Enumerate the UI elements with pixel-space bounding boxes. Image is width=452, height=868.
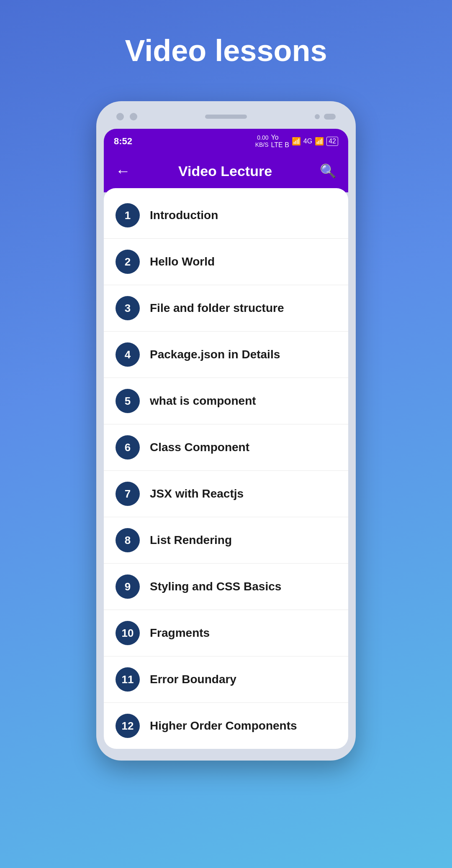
list-item[interactable]: 6Class Component xyxy=(104,424,348,471)
signal-icon: 📶 xyxy=(292,137,301,146)
list-item[interactable]: 11Error Boundary xyxy=(104,656,348,703)
camera-dot-2 xyxy=(130,113,137,120)
phone-screen: 8:52 0.00 KB/S YoLTE B 📶 4G 📶 42 ← Video… xyxy=(104,129,348,749)
camera-right xyxy=(315,114,336,120)
lesson-number-badge: 12 xyxy=(116,714,140,738)
phone-frame: 8:52 0.00 KB/S YoLTE B 📶 4G 📶 42 ← Video… xyxy=(96,101,356,761)
lesson-title: Introduction xyxy=(150,209,218,222)
data-speed-unit: KB/S xyxy=(255,141,269,148)
back-button[interactable]: ← xyxy=(116,162,131,180)
lesson-number-badge: 8 xyxy=(116,528,140,552)
status-time: 8:52 xyxy=(114,136,132,147)
lesson-number-badge: 9 xyxy=(116,574,140,599)
list-item[interactable]: 9Styling and CSS Basics xyxy=(104,564,348,610)
lesson-title: what is component xyxy=(150,394,256,408)
lesson-number-badge: 2 xyxy=(116,250,140,274)
camera-dot-1 xyxy=(116,113,124,120)
lesson-title: List Rendering xyxy=(150,534,232,547)
lesson-title: Error Boundary xyxy=(150,673,236,686)
lesson-number-badge: 3 xyxy=(116,296,140,320)
list-item[interactable]: 4Package.json in Details xyxy=(104,332,348,378)
signal-bars: 📶 xyxy=(315,137,324,146)
sensor-dot xyxy=(315,114,320,119)
list-item[interactable]: 1Introduction xyxy=(104,192,348,239)
list-item[interactable]: 7JSX with Reactjs xyxy=(104,471,348,517)
status-bar: 8:52 0.00 KB/S YoLTE B 📶 4G 📶 42 xyxy=(104,129,348,154)
camera-left xyxy=(116,113,137,120)
data-speed-value: 0.00 xyxy=(255,134,269,141)
lesson-number-badge: 10 xyxy=(116,621,140,645)
list-item[interactable]: 12Higher Order Components xyxy=(104,703,348,749)
list-item[interactable]: 8List Rendering xyxy=(104,517,348,564)
battery-text: 42 xyxy=(326,137,338,146)
page-title: Video lessons xyxy=(125,33,327,68)
lesson-title: File and folder structure xyxy=(150,301,284,315)
app-bar-title: Video Lecture xyxy=(178,163,272,179)
lesson-title: Hello World xyxy=(150,255,215,268)
lesson-number-badge: 7 xyxy=(116,482,140,506)
list-item[interactable]: 2Hello World xyxy=(104,239,348,285)
lesson-title: Package.json in Details xyxy=(150,348,280,361)
network-type: 4G xyxy=(303,138,312,145)
data-speed: 0.00 KB/S xyxy=(255,134,269,148)
lesson-number-badge: 5 xyxy=(116,389,140,413)
lesson-title: Higher Order Components xyxy=(150,719,297,733)
search-button[interactable]: 🔍 xyxy=(320,163,336,179)
app-bar: ← Video Lecture 🔍 xyxy=(104,154,348,192)
lesson-number-badge: 4 xyxy=(116,342,140,367)
lesson-title: Class Component xyxy=(150,441,249,454)
lessons-list: 1Introduction2Hello World3File and folde… xyxy=(104,188,348,749)
list-item[interactable]: 5what is component xyxy=(104,378,348,424)
lesson-title: Fragments xyxy=(150,626,210,640)
lesson-title: JSX with Reactjs xyxy=(150,487,244,500)
lesson-number-badge: 6 xyxy=(116,435,140,460)
lesson-number-badge: 1 xyxy=(116,203,140,227)
speaker-bar xyxy=(205,115,247,119)
list-item[interactable]: 3File and folder structure xyxy=(104,285,348,332)
carrier-label: YoLTE B xyxy=(271,134,289,149)
front-camera xyxy=(324,114,336,120)
status-icons: 0.00 KB/S YoLTE B 📶 4G 📶 42 xyxy=(255,134,338,149)
list-item[interactable]: 10Fragments xyxy=(104,610,348,656)
lesson-title: Styling and CSS Basics xyxy=(150,580,281,593)
lesson-number-badge: 11 xyxy=(116,667,140,692)
phone-hardware-top xyxy=(104,113,348,129)
